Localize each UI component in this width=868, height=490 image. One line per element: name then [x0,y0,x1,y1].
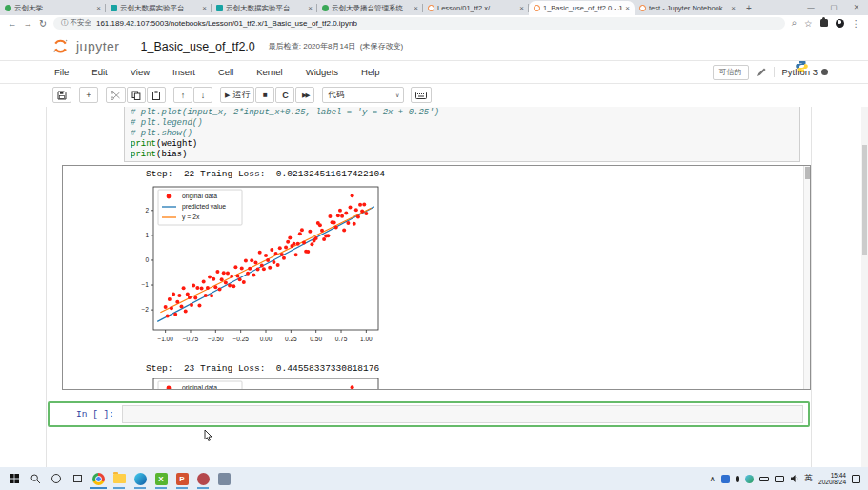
microphone-icon[interactable] [736,476,739,482]
copy-cells-button[interactable] [127,87,146,103]
selected-empty-cell[interactable]: In [ ]: [48,401,810,427]
taskbar-edge[interactable] [130,467,151,490]
menu-file[interactable]: File [54,67,69,77]
tab-close-icon[interactable]: × [519,4,524,12]
cell-type-select[interactable]: 代码 ∨ [322,87,404,103]
url-text: 161.189.42.107:5003/notebooks/Lesson/01_… [96,19,357,28]
cut-cells-button[interactable] [106,87,126,103]
run-cell-button[interactable]: ▶运行 [220,87,254,103]
save-button[interactable] [52,87,71,103]
minimize-button[interactable]: — [799,0,822,15]
new-tab-button[interactable]: + [746,3,752,13]
zoom-icon[interactable]: ⌕ [792,17,797,29]
task-view-icon [72,474,83,483]
reload-icon[interactable]: ↻ [39,18,47,29]
profile-avatar[interactable] [836,19,844,28]
tab-close-icon[interactable]: × [414,4,418,12]
browser-tab-3[interactable]: 云创大数据实验平台 × [212,1,317,15]
taskbar-powerpoint[interactable]: P [172,467,192,490]
volume-icon[interactable] [790,474,799,483]
network-icon[interactable] [745,475,754,483]
notebook-title[interactable]: 1_Basic_use_of_tf2.0 [141,40,255,53]
task-view-button[interactable] [67,467,88,490]
command-palette-button[interactable] [411,87,432,103]
taskbar-file-explorer[interactable] [109,467,130,490]
add-cell-button[interactable]: + [79,87,98,103]
tab-close-icon[interactable]: × [625,4,630,12]
taskbar-clock[interactable]: 15:44 2020/8/24 [818,472,846,486]
move-cell-up-button[interactable]: ↑ [173,87,192,103]
menu-cell[interactable]: Cell [218,67,233,77]
maximize-button[interactable]: ▢ [822,0,845,15]
tab-close-icon[interactable]: × [731,4,736,12]
action-center-icon[interactable] [852,475,860,483]
browser-toolbar: ← → ↻ ⓘ不安全 161.189.42.107:5003/notebooks… [0,15,868,31]
taskbar-app-red[interactable] [192,467,213,490]
restart-icon: C [282,91,289,100]
code-input-area[interactable] [122,405,803,423]
tab-title: 云创大数据实验平台 [226,4,305,13]
browser-action-icons: ⌕ ☆ ⋮ [792,17,860,29]
menu-help[interactable]: Help [361,67,380,77]
start-button[interactable] [4,467,25,490]
menu-view[interactable]: View [131,67,150,77]
restart-run-all-button[interactable]: ▶▶ [295,87,314,103]
address-bar[interactable]: ⓘ不安全 161.189.42.107:5003/notebooks/Lesso… [53,17,785,30]
taskbar-xshell[interactable]: X [151,467,172,490]
kebab-menu-icon[interactable]: ⋮ [852,18,861,29]
interrupt-kernel-button[interactable]: ■ [255,87,274,103]
chevron-down-icon: ∨ [395,92,399,98]
close-button[interactable]: ✕ [845,0,868,15]
kernel-indicator: Python 3 [774,67,829,77]
back-icon[interactable]: ← [8,18,17,29]
site-favicon [111,5,117,11]
restart-kernel-button[interactable]: C [275,87,294,103]
extensions-icon[interactable] [820,19,828,27]
svg-text:0.50: 0.50 [310,336,322,342]
windows-taskbar: X P ∧ 英 15:44 2020/8/24 [0,467,868,490]
forward-icon[interactable]: → [24,18,33,29]
battery-icon[interactable] [759,477,769,481]
not-secure-badge[interactable]: ⓘ不安全 [61,18,91,28]
tray-blue-app-icon[interactable] [721,475,730,483]
taskbar-app-gray[interactable] [213,467,234,490]
screen: 云创大学 × 云创大数据实验平台 × 云创大数据实验平台 × 云创大录播台管理系… [0,0,868,490]
notebook-right-border [811,107,812,467]
page-scrollbar-thumb[interactable] [862,145,867,255]
browser-tab-7[interactable]: test - Jupyter Notebook × [635,1,740,15]
input-method-indicator[interactable]: 英 [805,473,814,484]
browser-tab-5[interactable]: Lesson/01_tf2.x/ × [423,1,529,15]
taskbar-chrome[interactable] [88,467,109,490]
tray-expand-chevron-icon[interactable]: ∧ [710,475,716,483]
tab-close-icon[interactable]: × [308,4,313,12]
browser-tab-active[interactable]: 1_Basic_use_of_tf2.0 - Jupyter × [529,1,635,15]
cell-type-value: 代码 [328,90,344,101]
move-cell-down-button[interactable]: ↓ [193,87,212,103]
menu-insert[interactable]: Insert [172,67,195,77]
output-scrollbar[interactable] [803,166,810,389]
tab-close-icon[interactable]: × [96,4,101,12]
menu-kernel[interactable]: Kernel [256,67,282,77]
menu-edit[interactable]: Edit [91,67,107,77]
output-scroll-box[interactable]: Step: 22 Traing Loss: 0.0213245116174221… [62,165,811,390]
menu-widgets[interactable]: Widgets [306,67,338,77]
jupyter-logo-icon[interactable] [52,38,69,54]
display-icon[interactable] [775,476,784,482]
browser-tab-4[interactable]: 云创大录播台管理系统 × [317,1,423,15]
page-scrollbar[interactable] [861,107,868,467]
jupyter-favicon [534,5,540,11]
output-scrollbar-thumb[interactable] [805,167,810,179]
browser-tab-2[interactable]: 云创大数据实验平台 × [106,1,212,15]
bookmark-star-icon[interactable]: ☆ [804,18,813,29]
search-icon [30,474,41,484]
svg-text:−2: −2 [142,306,150,313]
code-cell-input[interactable]: # plt.plot(input_x, 2*input_x+0.25, labe… [124,107,800,162]
trusted-button[interactable]: 可信的 [713,65,749,80]
browser-tab-1[interactable]: 云创大学 × [0,1,106,15]
tab-close-icon[interactable]: × [202,4,207,12]
taskbar-search-button[interactable] [25,467,46,490]
code-line: # plt.legend() [131,118,794,129]
cortana-button[interactable] [46,467,67,490]
jupyter-wordmark[interactable]: jupyter [76,39,120,54]
paste-cells-button[interactable] [147,87,166,103]
